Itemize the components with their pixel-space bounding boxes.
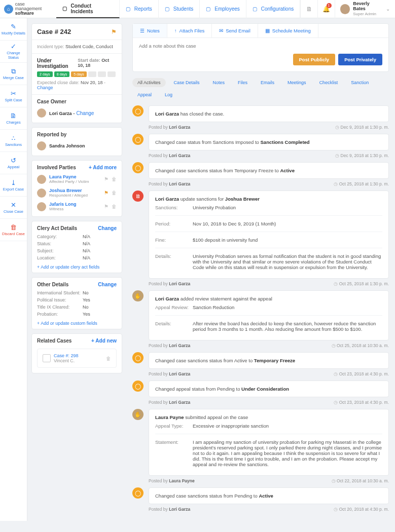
rail-split-case[interactable]: ✂Split Case <box>0 85 27 107</box>
rail-discard-case[interactable]: 🗑Discard Case <box>0 219 27 241</box>
party-name[interactable]: Joshua Brewer <box>49 188 88 193</box>
party-name[interactable]: Laura Payne <box>49 174 89 179</box>
status-label: Under Investigation <box>37 58 78 69</box>
duration-pill: 2 days <box>37 71 53 77</box>
nav-configurations[interactable]: ▢Configurations <box>246 0 300 18</box>
change-other[interactable]: Change <box>98 282 117 287</box>
user-menu[interactable]: Beverly Bates Super Admin ⌄ <box>335 0 395 18</box>
filter-appeal[interactable]: Appeal <box>132 90 157 99</box>
trash-icon[interactable]: 🗑 <box>112 176 117 182</box>
feed-item: ◯Changed case sanctions status from Temp… <box>132 162 389 186</box>
rail-modify-details[interactable]: ✎Modify Details <box>0 18 27 41</box>
add-related[interactable]: + Add new <box>91 338 117 344</box>
rail-icon: ↺ <box>11 157 16 164</box>
avatar <box>37 141 46 150</box>
flag-icon[interactable]: ⚑ <box>104 190 109 196</box>
top-nav: ⌂ case managementsoftware ▢Conduct Incid… <box>0 0 395 18</box>
nav-icon: ▢ <box>253 6 259 12</box>
clipboard-icon[interactable]: 🗎 <box>300 0 317 18</box>
filter-files[interactable]: Files <box>233 78 253 87</box>
flag-icon[interactable]: ⚑ <box>104 176 109 182</box>
nav-conduct-incidents[interactable]: ▢Conduct Incidents <box>56 0 120 18</box>
activity-icon: ◯ <box>132 487 143 499</box>
main-content: ☰Notes↑Attach Files✉Send Email▦Schedule … <box>126 18 395 521</box>
nav-icon: ▢ <box>62 6 68 12</box>
filter-all-activites[interactable]: All Activites <box>132 78 166 87</box>
rail-icon: ✓ <box>11 43 16 50</box>
tab-icon: ☰ <box>140 28 145 33</box>
avatar <box>340 4 350 14</box>
brand[interactable]: ⌂ case managementsoftware <box>0 2 56 16</box>
party-name[interactable]: Jafaris Long <box>49 202 77 207</box>
feed-item: ◯Changed case sanctions status from Acti… <box>132 352 389 376</box>
avatar <box>37 108 46 118</box>
chevron-down-icon: ⌄ <box>386 6 390 12</box>
rail-sanctions[interactable]: ⛬Sanctions <box>0 130 27 152</box>
flag-icon[interactable]: ⚑ <box>104 204 109 209</box>
duration-pill: 5 days <box>71 71 87 77</box>
rail-appeal[interactable]: ↺Appeal <box>0 152 27 174</box>
add-clery-fields[interactable]: + Add or update clery act fields <box>32 261 122 273</box>
change-close-date[interactable]: Change <box>37 85 53 90</box>
rail-icon: ⛬ <box>10 135 17 141</box>
involved-party: Joshua BrewerRespondent / Alleged⚑🗑 <box>32 186 122 200</box>
activity-icon: ✋ <box>132 409 143 420</box>
compose-tab-schedule-meeting[interactable]: ▦Schedule Meeting <box>258 24 318 37</box>
activity-icon: ◯ <box>132 134 143 145</box>
notifications-icon[interactable]: 🔔1 <box>317 0 335 18</box>
rail-icon: ✂ <box>11 90 16 97</box>
feed-item: ◯Changed case status from Sanctions Impo… <box>132 134 389 158</box>
filter-meetings[interactable]: Meetings <box>282 78 311 87</box>
filter-notes[interactable]: Notes <box>208 78 230 87</box>
tab-icon: ✉ <box>219 28 223 33</box>
document-icon <box>43 354 51 362</box>
rail-change-status[interactable]: ✓Change Status <box>0 41 27 63</box>
rail-close-case[interactable]: ✕Close Case <box>0 197 27 219</box>
compose-tab-notes[interactable]: ☰Notes <box>133 24 167 37</box>
rail-export-case[interactable]: ⤓Export Case <box>0 174 27 197</box>
tab-icon: ▦ <box>265 28 270 33</box>
trash-icon[interactable]: 🗑 <box>106 356 111 361</box>
rail-icon: ✕ <box>11 202 16 208</box>
duration-pill: 8 days <box>54 71 70 77</box>
compose-tab-send-email[interactable]: ✉Send Email <box>212 24 258 37</box>
rail-charges[interactable]: 🗎Charges <box>0 107 27 130</box>
filter-sanction[interactable]: Sanction <box>346 78 374 87</box>
action-rail: ✎Modify Details✓Change Status⧉Merge Case… <box>0 18 27 521</box>
involved-party: Jafaris LongWitness⚑🗑 <box>32 200 122 213</box>
nav-employees[interactable]: ▢Employees <box>200 0 246 18</box>
feed-item: ✋Lori Garza added review statement again… <box>132 290 389 348</box>
change-owner[interactable]: Change <box>76 110 94 116</box>
feed-item: ✋Laura Payne submitted appeal on the cas… <box>132 409 389 483</box>
nav-students[interactable]: ▢Students <box>159 0 200 18</box>
nav-icon: ▢ <box>165 6 171 12</box>
related-case[interactable]: Case #: 298 Vincent C. 🗑 <box>37 349 117 368</box>
activity-icon: ◯ <box>132 381 143 392</box>
flag-icon[interactable]: ⚑ <box>111 28 117 35</box>
add-party[interactable]: + Add more <box>89 165 117 170</box>
nav-icon: ▢ <box>206 6 212 12</box>
trash-icon[interactable]: 🗑 <box>112 204 117 209</box>
post-publicly-button[interactable]: Post Publicly <box>293 54 336 65</box>
avatar <box>37 175 46 184</box>
add-custom-fields[interactable]: + Add or update custom fields <box>32 318 122 329</box>
brand-icon: ⌂ <box>4 5 13 14</box>
feed-item: ◯Changed case sanctions status from Pend… <box>132 487 389 512</box>
avatar <box>37 188 46 198</box>
filter-log[interactable]: Log <box>160 90 177 99</box>
feed-item: 🗎Lori Garza update sanctions for Joshua … <box>132 191 389 286</box>
nav-reports[interactable]: ▢Reports <box>120 0 159 18</box>
rail-merge-case[interactable]: ⧉Merge Case <box>0 63 27 85</box>
change-clery[interactable]: Change <box>98 225 117 231</box>
note-input[interactable] <box>139 43 382 49</box>
user-name: Beverly Bates <box>353 2 383 12</box>
activity-icon: 🗎 <box>132 191 143 202</box>
trash-icon[interactable]: 🗑 <box>112 190 117 196</box>
filter-checklist[interactable]: Checklist <box>314 78 343 87</box>
filter-case-details[interactable]: Case Details <box>169 78 205 87</box>
compose-tab-attach-files[interactable]: ↑Attach Files <box>167 24 212 37</box>
case-sidebar: Case # 242 ⚑ Incident type: Student Code… <box>27 18 126 521</box>
post-privately-button[interactable]: Post Privately <box>338 54 382 65</box>
feed-item: ◯Lori Garza has closed the case.Posted b… <box>132 105 389 130</box>
filter-emails[interactable]: Emails <box>256 78 279 87</box>
